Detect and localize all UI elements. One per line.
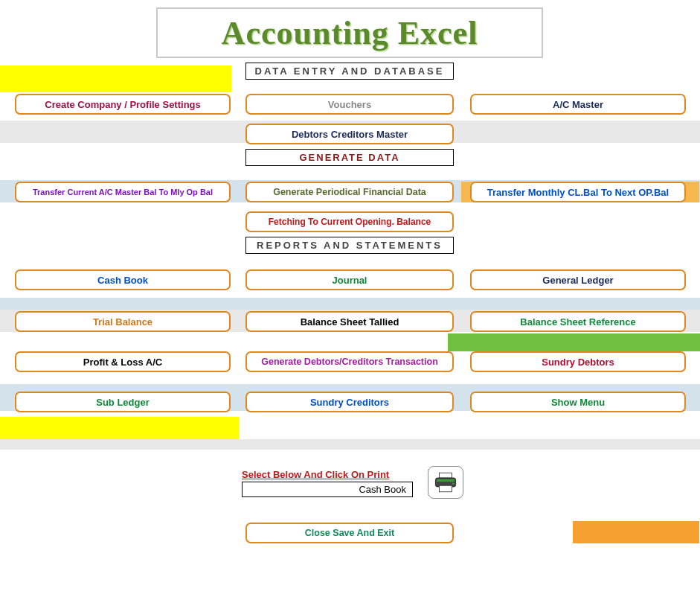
generate-debtors-creditors-button[interactable]: Generate Debtors/Creditors Transaction <box>245 351 454 372</box>
app-title: Accounting Excel <box>222 14 478 52</box>
svg-point-4 <box>452 482 455 485</box>
fetching-opening-button[interactable]: Fetching To Current Opening. Balance <box>245 211 454 232</box>
svg-rect-2 <box>437 479 455 482</box>
generate-periodical-button[interactable]: Generate Periodical Financial Data <box>245 182 454 202</box>
debtors-creditors-master-button[interactable]: Debtors Creditors Master <box>245 124 454 144</box>
printer-icon[interactable] <box>428 466 463 499</box>
sub-ledger-button[interactable]: Sub Ledger <box>15 392 231 412</box>
section-data-entry: DATA ENTRY AND DATABASE <box>245 63 454 80</box>
svg-rect-0 <box>440 473 452 478</box>
profit-loss-button[interactable]: Profit & Loss A/C <box>15 351 231 372</box>
print-select[interactable]: Cash Book <box>242 482 413 497</box>
vouchers-button[interactable]: Vouchers <box>245 94 454 115</box>
sundry-creditors-button[interactable]: Sundry Creditors <box>245 392 454 412</box>
svg-rect-3 <box>440 485 452 492</box>
trial-balance-button[interactable]: Trial Balance <box>15 311 231 332</box>
section-generate-data: GENERATE DATA <box>245 149 454 166</box>
create-company-button[interactable]: Create Company / Profile Settings <box>15 94 231 115</box>
cash-book-button[interactable]: Cash Book <box>15 269 231 290</box>
journal-button[interactable]: Journal <box>245 269 454 290</box>
general-ledger-button[interactable]: General Ledger <box>470 269 686 290</box>
printer-svg <box>433 471 458 494</box>
balance-sheet-tallied-button[interactable]: Balance Sheet Tallied <box>245 311 454 332</box>
section-reports: REPORTS AND STATEMENTS <box>245 237 454 254</box>
close-save-exit-button[interactable]: Close Save And Exit <box>245 523 454 543</box>
balance-sheet-reference-button[interactable]: Balance Sheet Reference <box>470 311 686 332</box>
ac-master-button[interactable]: A/C Master <box>470 94 686 115</box>
show-menu-button[interactable]: Show Menu <box>470 392 686 412</box>
transfer-monthly-button[interactable]: Transfer Monthly CL.Bal To Next OP.Bal <box>470 182 686 202</box>
transfer-ac-master-button[interactable]: Transfer Current A/C Master Bal To Mly O… <box>15 182 231 202</box>
app-title-box: Accounting Excel <box>156 7 543 58</box>
sundry-debtors-button[interactable]: Sundry Debtors <box>470 351 686 372</box>
